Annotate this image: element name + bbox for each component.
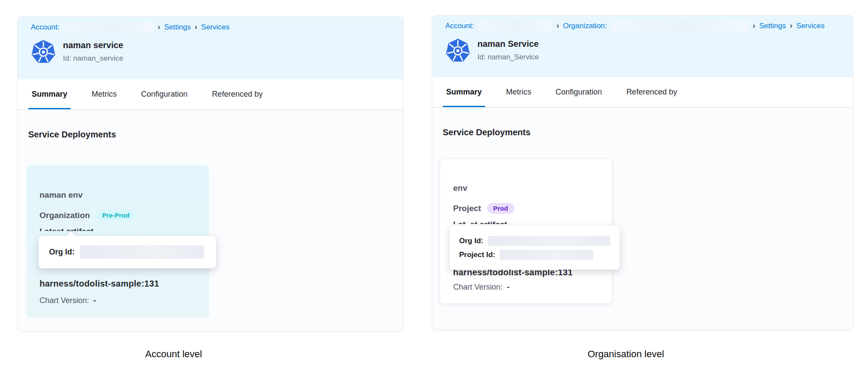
service-id: Id: naman_service xyxy=(63,54,123,63)
scope-label[interactable]: Project xyxy=(453,204,481,213)
environment-name: env xyxy=(453,159,599,193)
chevron-right-icon: › xyxy=(556,21,559,30)
tab-bar: Summary Metrics Configuration Referenced… xyxy=(432,77,853,108)
chevron-right-icon: › xyxy=(158,23,160,32)
tab-referenced-by[interactable]: Referenced by xyxy=(212,79,263,109)
tab-configuration[interactable]: Configuration xyxy=(141,79,187,109)
artifact-name: harness/todolist-sample:131 xyxy=(39,279,159,289)
chevron-right-icon: › xyxy=(753,21,755,30)
chevron-right-icon: › xyxy=(790,21,792,30)
redacted-account-name xyxy=(63,23,154,32)
breadcrumb-services[interactable]: Services xyxy=(201,23,230,32)
tab-bar: Summary Metrics Configuration Referenced… xyxy=(18,79,403,110)
project-id-label: Project Id: xyxy=(459,251,495,259)
caption-account-level: Account level xyxy=(108,349,239,360)
chart-version-row: Chart Version:- xyxy=(39,296,96,305)
service-id: Id: naman_Service xyxy=(477,53,539,62)
scope-label[interactable]: Organization xyxy=(39,211,90,220)
redacted-account-name xyxy=(478,21,552,31)
breadcrumb-organization[interactable]: Organization: xyxy=(563,22,607,30)
comparison-stage: Account: › Settings › Services naman ser… xyxy=(0,0,868,375)
clipped-artifact-label: Latest artifact xyxy=(39,227,196,231)
tab-metrics[interactable]: Metrics xyxy=(506,77,531,107)
env-type-badge: Pre-Prod xyxy=(96,210,135,221)
organisation-level-panel: Account: › Organization: › Settings › Se… xyxy=(432,15,853,330)
breadcrumb-account[interactable]: Account: xyxy=(31,23,59,32)
redacted-organization-name xyxy=(611,21,749,31)
breadcrumb-account[interactable]: Account: xyxy=(445,22,474,30)
org-id-label: Org Id: xyxy=(49,248,75,257)
tab-metrics[interactable]: Metrics xyxy=(92,79,117,109)
env-type-badge: Prod xyxy=(487,203,514,214)
account-level-panel: Account: › Settings › Services naman ser… xyxy=(17,16,404,332)
chart-version-row: Chart Version:- xyxy=(453,283,510,292)
chart-version-label: Chart Version: xyxy=(39,296,89,305)
breadcrumb: Account: › Organization: › Settings › Se… xyxy=(445,21,840,31)
org-id-tooltip: Org Id: xyxy=(39,236,216,268)
org-project-id-tooltip: Org Id: Project Id: xyxy=(450,226,620,270)
caption-organisation-level: Organisation level xyxy=(561,349,691,360)
page-header: Account: › Settings › Services naman ser… xyxy=(18,17,403,79)
breadcrumb-settings[interactable]: Settings xyxy=(759,22,786,30)
org-id-label: Org Id: xyxy=(459,237,483,245)
tab-summary[interactable]: Summary xyxy=(32,79,67,109)
breadcrumb-services[interactable]: Services xyxy=(796,22,825,30)
breadcrumb-settings[interactable]: Settings xyxy=(164,23,191,32)
page-header: Account: › Organization: › Settings › Se… xyxy=(432,16,853,77)
chart-version-label: Chart Version: xyxy=(453,283,503,291)
redacted-org-id xyxy=(80,245,204,259)
section-title: Service Deployments xyxy=(432,108,853,137)
chart-version-value: - xyxy=(93,296,96,305)
service-title: naman service xyxy=(63,39,123,50)
summary-content: Service Deployments naman env Organizati… xyxy=(18,110,403,332)
kubernetes-icon xyxy=(445,37,470,63)
tab-summary[interactable]: Summary xyxy=(446,77,482,107)
section-title: Service Deployments xyxy=(18,110,403,140)
service-title: naman Service xyxy=(477,37,539,49)
kubernetes-icon xyxy=(31,39,56,65)
summary-content: Service Deployments env Project Prod Lat… xyxy=(432,108,853,330)
chart-version-value: - xyxy=(507,283,510,291)
tab-configuration[interactable]: Configuration xyxy=(556,77,602,107)
redacted-project-id xyxy=(500,250,593,260)
clipped-artifact-label: Latest artifact xyxy=(453,220,599,224)
redacted-org-id xyxy=(488,236,610,246)
tab-referenced-by[interactable]: Referenced by xyxy=(626,77,677,107)
chevron-right-icon: › xyxy=(195,23,197,32)
breadcrumb: Account: › Settings › Services xyxy=(31,23,390,32)
environment-name: naman env xyxy=(39,165,196,200)
